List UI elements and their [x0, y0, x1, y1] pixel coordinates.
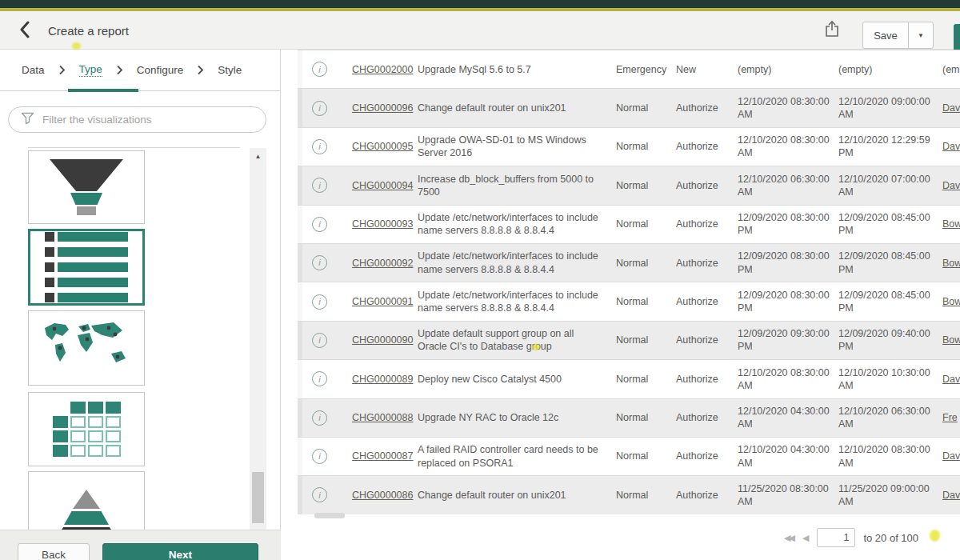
- first-page-icon[interactable]: ◀◀: [784, 533, 793, 543]
- tab-style[interactable]: Style: [218, 64, 242, 76]
- assignee-link[interactable]: (em: [942, 63, 960, 76]
- next-button[interactable]: Next: [102, 543, 258, 560]
- assignee-link[interactable]: Dav: [942, 489, 960, 502]
- save-dropdown-button[interactable]: ▼: [908, 22, 934, 49]
- end-date-value: 12/10/2020 08:30:00 AM: [838, 438, 934, 475]
- horizontal-scrollbar-thumb[interactable]: [314, 513, 345, 518]
- back-arrow-button[interactable]: [14, 21, 35, 42]
- viz-type-table[interactable]: [28, 392, 145, 466]
- tab-type[interactable]: Type: [79, 63, 102, 77]
- table-row[interactable]: i CHG0000087 A failed RAID controller ca…: [298, 437, 960, 475]
- viz-type-map[interactable]: [28, 310, 145, 386]
- table-row[interactable]: i CHG0000090 Update default support grou…: [298, 321, 960, 359]
- tab-data[interactable]: Data: [22, 64, 45, 76]
- chevron-right-icon: [116, 65, 123, 75]
- short-description: Update /etc/network/interfaces to includ…: [418, 282, 598, 320]
- change-number-link[interactable]: CHG0002000: [352, 63, 413, 76]
- change-number-link[interactable]: CHG0000087: [352, 450, 413, 462]
- pagination-range-label: to 20 of 100: [863, 532, 918, 544]
- assignee-link[interactable]: Bow: [942, 218, 960, 230]
- info-icon[interactable]: i: [312, 449, 327, 464]
- change-number-link[interactable]: CHG0000095: [352, 140, 413, 153]
- table-row[interactable]: i CHG0000092 Update /etc/network/interfa…: [298, 243, 960, 282]
- funnel-chart-icon: [50, 159, 123, 215]
- info-icon[interactable]: i: [312, 255, 327, 270]
- scroll-up-icon[interactable]: ▲: [250, 150, 266, 162]
- change-number-link[interactable]: CHG0000089: [352, 373, 413, 386]
- table-row[interactable]: i CHG0000088 Upgrade NY RAC to Oracle 12…: [298, 398, 960, 437]
- table-row[interactable]: i CHG0000096 Change default router on un…: [298, 88, 960, 126]
- info-icon[interactable]: i: [312, 178, 327, 193]
- app-header: Create a report Save ▼: [0, 11, 960, 50]
- change-number-link[interactable]: CHG0000094: [352, 179, 413, 192]
- world-map-icon: [38, 318, 134, 378]
- change-number-link[interactable]: CHG0000086: [352, 489, 413, 502]
- report-wizard-panel: Data Type Configure Style: [0, 50, 281, 530]
- assignee-link[interactable]: Bow: [942, 334, 960, 346]
- viz-type-funnel[interactable]: [28, 150, 145, 224]
- start-date-value: 12/09/2020 08:30:00 PM: [738, 244, 834, 282]
- active-tab-indicator: [68, 89, 138, 92]
- short-description: Deploy new Cisco Catalyst 4500: [418, 360, 598, 398]
- table-row[interactable]: i CHG0000086 Change default router on un…: [298, 475, 960, 514]
- save-button[interactable]: Save: [862, 22, 909, 49]
- assignee-link[interactable]: Fre: [942, 411, 958, 424]
- scrollbar-thumb[interactable]: [252, 472, 264, 523]
- viz-list-scrollbar[interactable]: ▲ ▼: [250, 148, 266, 530]
- info-icon[interactable]: i: [312, 333, 327, 348]
- table-row[interactable]: i CHG0000094 Increase db_block_buffers f…: [298, 166, 960, 204]
- assignee-link[interactable]: Bow: [942, 257, 960, 270]
- change-number-link[interactable]: CHG0000091: [352, 295, 413, 308]
- tab-configure[interactable]: Configure: [137, 64, 184, 76]
- change-number-link[interactable]: CHG0000093: [352, 218, 413, 230]
- info-icon[interactable]: i: [312, 371, 327, 386]
- short-description: Update /etc/network/interfaces to includ…: [418, 206, 598, 243]
- end-date-value: 12/09/2020 09:40:00 PM: [838, 322, 934, 359]
- assignee-link[interactable]: Dav: [942, 450, 960, 462]
- state-value: Authorize: [676, 399, 737, 437]
- assignee-link[interactable]: Dav: [942, 140, 960, 153]
- assignee-link[interactable]: Bow: [942, 295, 960, 308]
- short-description: A failed RAID controller card needs to b…: [418, 438, 598, 475]
- viz-type-list-selected[interactable]: [28, 229, 145, 306]
- page-number-input[interactable]: [817, 528, 855, 547]
- state-value: Authorize: [676, 282, 737, 320]
- assignee-link[interactable]: Dav: [942, 373, 960, 386]
- info-icon[interactable]: i: [312, 217, 327, 232]
- end-date-value: 12/10/2020 09:00:00 AM: [838, 89, 934, 126]
- state-value: Authorize: [676, 244, 737, 282]
- info-icon[interactable]: i: [312, 101, 327, 116]
- share-button[interactable]: [821, 19, 843, 42]
- back-button[interactable]: Back: [18, 543, 90, 560]
- change-number-link[interactable]: CHG0000096: [352, 102, 413, 114]
- previous-page-icon[interactable]: ◀: [802, 533, 809, 543]
- info-icon[interactable]: i: [312, 410, 327, 426]
- short-description: Increase db_block_buffers from 5000 to 7…: [418, 166, 598, 204]
- short-description: Upgrade MySql 5.6 to 5.7: [418, 50, 598, 88]
- info-icon[interactable]: i: [312, 139, 327, 154]
- cropped-primary-button[interactable]: [954, 24, 960, 53]
- table-row[interactable]: i CHG0002000 Upgrade MySql 5.6 to 5.7 Em…: [298, 50, 960, 88]
- priority-value: Normal: [616, 399, 672, 437]
- info-icon[interactable]: i: [312, 487, 327, 502]
- change-number-link[interactable]: CHG0000092: [352, 257, 413, 270]
- change-number-link[interactable]: CHG0000088: [352, 411, 413, 424]
- list-chart-icon: [45, 232, 128, 302]
- table-row[interactable]: i CHG0000091 Update /etc/network/interfa…: [298, 282, 960, 320]
- info-icon[interactable]: i: [312, 294, 327, 310]
- table-row[interactable]: i CHG0000089 Deploy new Cisco Catalyst 4…: [298, 359, 960, 398]
- change-number-link[interactable]: CHG0000090: [352, 334, 413, 346]
- table-row[interactable]: i CHG0000093 Update /etc/network/interfa…: [298, 205, 960, 243]
- viz-type-pyramid[interactable]: [28, 471, 145, 530]
- state-value: Authorize: [676, 128, 737, 166]
- table-chart-icon: [53, 402, 121, 457]
- start-date-value: 12/10/2020 08:30:00 AM: [738, 360, 834, 398]
- filter-input[interactable]: [42, 114, 266, 126]
- table-row[interactable]: i CHG0000095 Upgrade OWA-SD-01 to MS Win…: [298, 127, 960, 166]
- back-chevron-icon: [18, 21, 31, 42]
- assignee-link[interactable]: Dav: [942, 179, 960, 192]
- start-date-value: 11/25/2020 08:30:00 AM: [738, 476, 834, 514]
- info-icon[interactable]: i: [312, 62, 327, 77]
- assignee-link[interactable]: Dav: [942, 102, 960, 114]
- short-description: Change default router on unix201: [418, 89, 598, 126]
